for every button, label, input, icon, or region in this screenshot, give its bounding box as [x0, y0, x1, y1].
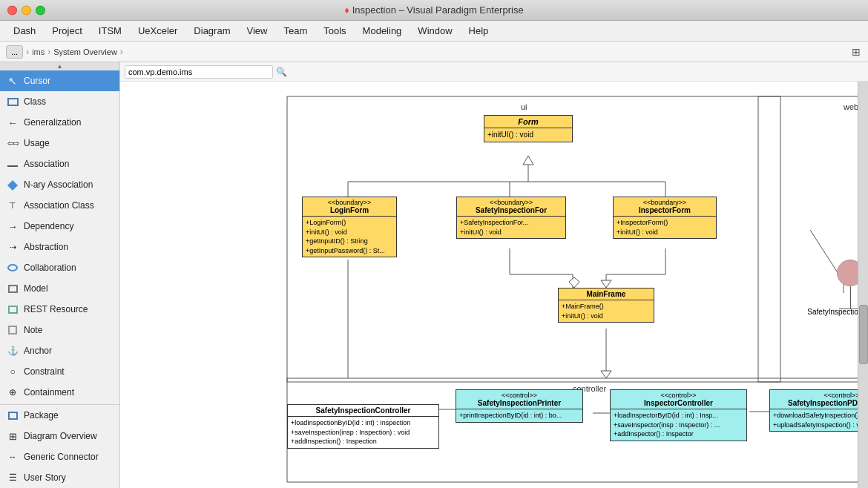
- sidebar-item-containment[interactable]: ⊕ Containment: [0, 382, 119, 403]
- filter-bar: 🔍: [120, 62, 868, 82]
- class-mainframe-body: +MainFrame() +initUI() : void: [559, 300, 654, 322]
- breadcrumb: ... › ims › System Overview › ⊞: [0, 42, 868, 62]
- canvas[interactable]: ui web controller: [120, 82, 868, 488]
- window-controls[interactable]: [7, 5, 45, 15]
- window-title: ♦ Inspection – Visual Paradigm Enterpris…: [344, 4, 523, 16]
- sidebar-item-note[interactable]: Note: [0, 320, 119, 340]
- breadcrumb-back[interactable]: ...: [6, 45, 23, 59]
- constraint-icon: ○: [6, 365, 19, 378]
- class-sic[interactable]: SafetyInspectionController +loadInspecti…: [287, 404, 439, 449]
- dependency-icon: →: [6, 220, 19, 233]
- svg-text:ui: ui: [521, 102, 527, 111]
- menubar: Dash Project ITSM UeXceler Diagram View …: [0, 21, 868, 42]
- menu-window[interactable]: Window: [410, 23, 459, 39]
- sidebar-item-class[interactable]: Class: [0, 91, 119, 112]
- usage-icon: ⇦⇨: [6, 136, 19, 150]
- class-sip-header: <<control>> SafetyInspectionPrinter: [456, 390, 582, 409]
- sidebar-item-diagram[interactable]: ⊞ Diagram Overview: [0, 426, 119, 446]
- class-form-body: +initUI() : void: [484, 128, 572, 142]
- sidebar-item-connector[interactable]: ↔ Generic Connector: [0, 446, 119, 467]
- class-form[interactable]: Form +initUI() : void: [484, 115, 573, 142]
- assocclass-icon: ⊤: [6, 199, 19, 212]
- menu-project[interactable]: Project: [45, 23, 89, 39]
- package-icon: [6, 409, 19, 422]
- sidebar-item-anchor[interactable]: ⚓ Anchor: [0, 340, 119, 361]
- class-sipda-body: +downloadSafetyInspection() : ... +uploa…: [770, 409, 868, 431]
- menu-uexceler[interactable]: UeXceler: [131, 23, 185, 39]
- diagram-lines: ui web controller: [120, 82, 868, 488]
- main-layout: ▲ ↖ Cursor Class ← Generalization ⇦⇨ Usa…: [0, 62, 868, 488]
- sidebar-item-model[interactable]: Model: [0, 278, 119, 299]
- menu-diagram[interactable]: Diagram: [186, 23, 237, 39]
- class-safetyform-body: +SafetyInspectionFor... +initUI() : void: [457, 217, 565, 238]
- sidebar-scroll-up[interactable]: ▲: [0, 62, 119, 70]
- class-ic-header: <<control>> InspectorController: [611, 390, 746, 409]
- maximize-button[interactable]: [36, 5, 45, 15]
- class-loginform[interactable]: <<boundary>> LoginForm +LoginForm() +ini…: [302, 197, 397, 257]
- class-mainframe[interactable]: MainFrame +MainFrame() +initUI() : void: [558, 288, 654, 323]
- sidebar-item-userstory[interactable]: ☰ User Story: [0, 467, 119, 488]
- class-safetyform-header: <<boundary>> SafetyInspectionFor: [457, 197, 565, 217]
- sidebar-item-usage[interactable]: ⇦⇨ Usage: [0, 133, 119, 154]
- note-icon: [6, 323, 19, 337]
- svg-marker-15: [601, 280, 611, 288]
- class-mainframe-header: MainFrame: [559, 288, 654, 300]
- class-safetyform[interactable]: <<boundary>> SafetyInspectionFor +Safety…: [456, 197, 566, 239]
- sidebar-item-abstraction[interactable]: ⇢ Abstraction: [0, 237, 119, 257]
- svg-marker-21: [601, 371, 611, 378]
- class-sipda[interactable]: <<control>> SafetyInspectionPDAControlle…: [769, 389, 868, 432]
- menu-tools[interactable]: Tools: [316, 23, 353, 39]
- menu-itsm[interactable]: ITSM: [91, 23, 129, 39]
- class-sipda-header: <<control>> SafetyInspectionPDAControlle: [770, 390, 868, 409]
- class-inspectorform[interactable]: <<boundary>> InspectorForm +InspectorFor…: [613, 197, 717, 239]
- svg-rect-2: [758, 96, 868, 382]
- sidebar-item-cursor[interactable]: ↖ Cursor: [0, 70, 119, 91]
- connector-icon: ↔: [6, 450, 19, 464]
- minimize-button[interactable]: [22, 5, 31, 15]
- svg-marker-11: [523, 156, 533, 165]
- grid-view-icon[interactable]: ⊞: [850, 46, 862, 58]
- menu-team[interactable]: Team: [276, 23, 315, 39]
- sidebar-item-rest[interactable]: REST Resource: [0, 299, 119, 320]
- class-ic[interactable]: <<control>> InspectorController +loadIns…: [610, 389, 747, 441]
- sidebar-item-constraint[interactable]: ○ Constraint: [0, 361, 119, 382]
- sidebar-item-assocclass[interactable]: ⊤ Association Class: [0, 195, 119, 216]
- rest-icon: [6, 303, 19, 316]
- userstory-icon: ☰: [6, 471, 19, 484]
- diagram-icon: ⊞: [6, 429, 19, 443]
- breadcrumb-current: System Overview: [53, 47, 117, 56]
- nary-icon: [6, 178, 19, 191]
- class-inspectorform-body: +InspectorForm() +initUI() : void: [614, 217, 716, 238]
- search-icon[interactable]: 🔍: [276, 67, 287, 77]
- model-icon: [6, 282, 19, 295]
- menu-help[interactable]: Help: [461, 23, 496, 39]
- titlebar: ♦ Inspection – Visual Paradigm Enterpris…: [0, 0, 868, 21]
- menu-modeling[interactable]: Modeling: [355, 23, 410, 39]
- class-ic-body: +loadInspectorByID(id : int) : Insp... +…: [611, 409, 746, 441]
- sidebar-item-association[interactable]: Association: [0, 154, 119, 174]
- collaboration-icon: [6, 261, 19, 274]
- app-icon: ♦: [344, 4, 349, 16]
- sidebar-item-collaboration[interactable]: Collaboration: [0, 257, 119, 278]
- anchor-icon: ⚓: [6, 344, 19, 357]
- class-loginform-body: +LoginForm() +initUI() : void +getInputI…: [303, 217, 396, 257]
- close-button[interactable]: [7, 5, 17, 15]
- sidebar-item-package[interactable]: Package: [0, 405, 119, 426]
- svg-text:web: web: [843, 102, 858, 111]
- class-form-header: Form: [484, 116, 572, 128]
- vertical-scrollbar[interactable]: [858, 82, 868, 488]
- breadcrumb-ims[interactable]: ims: [32, 47, 45, 56]
- menu-view[interactable]: View: [239, 23, 274, 39]
- sidebar: ▲ ↖ Cursor Class ← Generalization ⇦⇨ Usa…: [0, 62, 120, 488]
- class-sip[interactable]: <<control>> SafetyInspectionPrinter +pri…: [456, 389, 583, 423]
- diagram-area: 🔍 ui web controller: [120, 62, 868, 488]
- class-inspectorform-header: <<boundary>> InspectorForm: [614, 197, 716, 217]
- menu-dash[interactable]: Dash: [6, 23, 43, 39]
- sidebar-item-generalization[interactable]: ← Generalization: [0, 112, 119, 133]
- class-loginform-header: <<boundary>> LoginForm: [303, 197, 396, 217]
- filter-input[interactable]: [125, 65, 273, 79]
- class-sic-body: +loadInspectionByID(id : int) : Inspecti…: [288, 417, 438, 448]
- sidebar-item-dependency[interactable]: → Dependency: [0, 216, 119, 237]
- svg-marker-19: [569, 277, 579, 288]
- sidebar-item-nary[interactable]: N-ary Association: [0, 174, 119, 195]
